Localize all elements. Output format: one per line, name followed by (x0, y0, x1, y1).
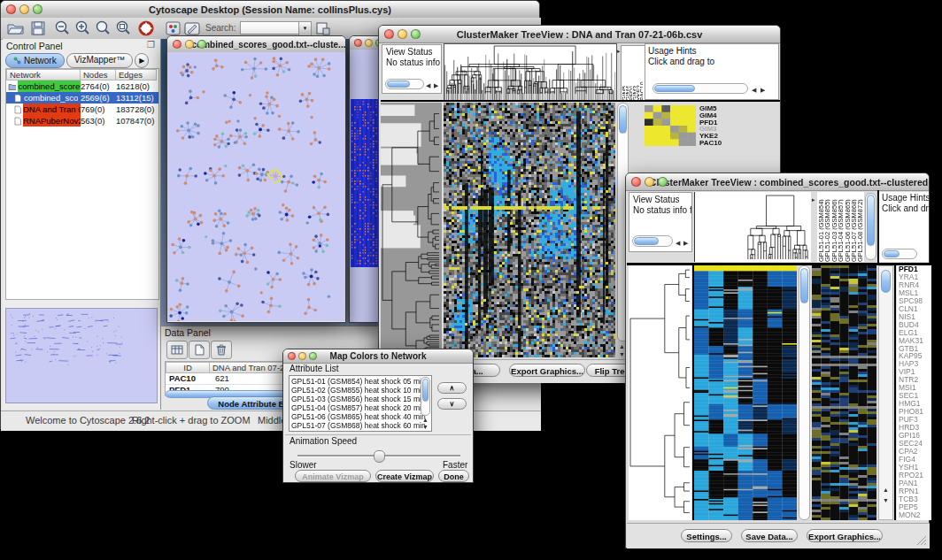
col-id[interactable]: ID (166, 362, 210, 373)
slider-thumb[interactable] (374, 450, 385, 463)
tv2-column-dendrogram[interactable] (694, 192, 811, 262)
attribute-list-item[interactable]: GPL51-07 (GSM868) heat shock 60 min (291, 421, 429, 430)
close-button[interactable] (384, 29, 394, 39)
zoom-out-icon[interactable] (51, 19, 73, 37)
export-graphics-button[interactable]: Export Graphics... (509, 364, 585, 377)
network-row[interactable]: combined_sco2569(6)13112(15) (6, 92, 158, 104)
treeview2-titlebar[interactable]: ClusterMaker TreeView : combined_scores_… (626, 173, 929, 191)
tv1-status-hscrollbar[interactable] (385, 79, 424, 89)
col-edges[interactable]: Edges (116, 69, 157, 81)
close-button[interactable] (631, 177, 641, 187)
scroll-left-icon[interactable]: ◀ (426, 81, 430, 89)
delete-trash-icon[interactable] (211, 341, 232, 359)
table-icon[interactable] (166, 341, 188, 359)
help-lifering-icon[interactable] (135, 19, 157, 37)
minimize-button[interactable] (19, 4, 29, 14)
close-button[interactable] (173, 40, 181, 49)
close-button[interactable] (288, 352, 296, 360)
scroll-down-icon[interactable]: ▼ (883, 496, 889, 504)
play-icon[interactable]: ▸ (617, 47, 621, 55)
tv2-status-hscrollbar[interactable] (632, 235, 673, 247)
scroll-thumb[interactable] (867, 195, 875, 246)
tv2-secondary-heatmap-canvas[interactable] (812, 265, 876, 520)
scroll-down-icon[interactable]: ▼ (422, 423, 429, 431)
scroll-right-icon[interactable]: ▶ (434, 81, 438, 89)
tab-overflow[interactable]: ▶ (135, 53, 149, 68)
attribute-listbox[interactable]: GPL51-01 (GSM854) heat shock 05 minGPL51… (289, 375, 432, 432)
play-icon[interactable]: ▸ (812, 196, 815, 203)
attribute-list-item[interactable]: GPL51-04 (GSM857) heat shock 20 min (291, 403, 429, 412)
attribute-list-item[interactable]: GPL51-01 (GSM854) heat shock 05 min (291, 377, 429, 386)
annotation-icon[interactable] (181, 19, 203, 37)
tv2-top-vscrollbar[interactable] (865, 193, 876, 260)
scroll-thumb[interactable] (654, 85, 695, 92)
scroll-thumb[interactable] (619, 105, 627, 134)
tv2-usage-hscrollbar[interactable] (882, 249, 917, 259)
scroll-thumb[interactable] (800, 268, 808, 303)
move-down-button[interactable]: ∨ (437, 398, 467, 410)
attribute-list-item[interactable]: GPL51-06 (GSM865) heat shock 40 min (291, 412, 429, 421)
done-button[interactable]: Done (438, 470, 469, 482)
main-titlebar[interactable]: Cytoscape Desktop (Session Name: collins… (1, 1, 539, 19)
new-attribute-icon[interactable] (189, 341, 210, 359)
tab-vizmapper[interactable]: VizMapper™ (66, 53, 134, 68)
zoom-button[interactable] (33, 4, 42, 14)
zoom-fit-icon[interactable] (92, 19, 113, 37)
float-panel-icon[interactable]: ❐ (147, 40, 155, 50)
save-icon[interactable] (27, 19, 49, 37)
minimize-button[interactable] (298, 352, 306, 360)
scroll-thumb[interactable] (387, 81, 410, 88)
scroll-left-icon[interactable]: ◀ (676, 239, 680, 247)
tv1-heatmap-canvas[interactable] (444, 103, 615, 357)
col-nodes[interactable]: Nodes (81, 69, 116, 81)
animate-vizmap-button[interactable]: Animate Vizmap (295, 470, 371, 482)
minimize-button[interactable] (398, 29, 407, 39)
search-dropdown-icon[interactable]: ▼ (298, 21, 312, 36)
attr-vscrollbar[interactable] (421, 377, 430, 416)
tv1-row-dendrogram[interactable] (381, 103, 442, 357)
network-row[interactable]: combined_scores2764(0)16218(0) (6, 81, 158, 92)
scroll-right-icon[interactable]: ▶ (683, 239, 688, 247)
search-input[interactable] (240, 21, 300, 35)
tv2-gene-item[interactable]: MON2 (899, 511, 931, 519)
network-view-canvas[interactable] (167, 52, 345, 321)
export-graphics-button[interactable]: Export Graphics... (807, 529, 883, 542)
zoom-button[interactable] (411, 29, 421, 39)
close-button[interactable] (6, 4, 16, 14)
create-vizmap-button[interactable]: Create Vizmap (375, 470, 434, 482)
zoom-button[interactable] (309, 352, 317, 360)
attribute-list-item[interactable]: GPL51-03 (GSM856) heat shock 15 min (291, 395, 429, 403)
col-network[interactable]: Network (6, 69, 81, 81)
scroll-up-icon[interactable]: ▲ (883, 486, 889, 494)
close-button[interactable] (354, 39, 362, 47)
vizmapper-icon[interactable] (162, 19, 183, 37)
tv2-heatmap-canvas[interactable] (694, 265, 797, 520)
tab-network[interactable]: Network (5, 53, 65, 68)
tv2-mid-vscrollbar[interactable] (799, 265, 810, 520)
attribute-list-item[interactable]: GPL51-02 (GSM855) heat shock 10 min (291, 386, 429, 395)
network-row[interactable]: DNA and Tran 07769(0)183728(0) (6, 104, 158, 115)
tv2-row-dendrogram[interactable] (629, 265, 691, 520)
tv1-column-dendrogram[interactable] (444, 43, 617, 102)
tv1-mini-matrix[interactable] (645, 105, 696, 146)
minimize-button[interactable] (365, 39, 373, 47)
zoom-selected-icon[interactable] (112, 19, 134, 37)
zoom-in-icon[interactable] (72, 19, 93, 37)
resize-grip[interactable] (915, 534, 927, 546)
treeview1-titlebar[interactable]: ClusterMaker TreeView : DNA and Tran 07-… (379, 26, 780, 43)
minimize-button[interactable] (645, 177, 654, 187)
scroll-left-icon[interactable]: ◀ (752, 86, 756, 94)
move-up-button[interactable]: ∧ (437, 382, 467, 394)
scroll-thumb[interactable] (634, 237, 659, 245)
tv1-usage-hscrollbar[interactable] (652, 83, 748, 94)
scroll-up-icon[interactable]: ▲ (619, 342, 625, 350)
configure-panel-icon[interactable] (313, 19, 334, 37)
save-data-button[interactable]: Save Data... (741, 529, 798, 542)
network-row[interactable]: RNAPuberNov2+563(0)107847(0) (6, 115, 158, 127)
zoom-button[interactable] (658, 177, 668, 187)
scroll-down-icon[interactable]: ▼ (619, 350, 625, 358)
zoom-button[interactable] (197, 40, 206, 49)
scroll-right-icon[interactable]: ▶ (761, 86, 765, 94)
scroll-thumb[interactable] (881, 270, 891, 293)
scroll-thumb[interactable] (884, 250, 900, 257)
